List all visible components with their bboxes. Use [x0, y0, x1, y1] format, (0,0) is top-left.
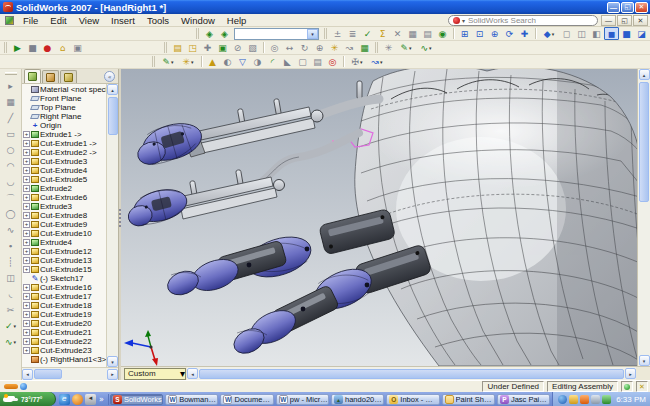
quick-launch-media-player[interactable]	[72, 394, 83, 405]
toolbar-icon-hole-wizard[interactable]: ◎▾	[325, 55, 340, 68]
toolbar-icon-check-entity[interactable]: ✓▾	[360, 27, 375, 40]
tree-item-cut[interactable]: + Cut-Extrude18	[22, 301, 106, 310]
toolbar-icon-shell[interactable]: ▢▾	[295, 55, 310, 68]
expand-toggle[interactable]: +	[23, 239, 30, 246]
taskbar-button-inbox-outlook[interactable]: Inbox - Out...	[386, 394, 439, 405]
tree-item-cut[interactable]: + Cut-Extrude3	[22, 157, 106, 166]
toolbar-icon-exploded-view[interactable]: ✳▾	[327, 41, 342, 54]
tree-item-origin[interactable]: + Origin	[22, 121, 106, 130]
toolbar-icon-shadows-in-shaded-mode[interactable]: ◪▾	[634, 27, 649, 40]
toolbar-icon-search-results-prev[interactable]: ◈▾	[202, 27, 217, 40]
toolbar-icon-fillet[interactable]: ◜▾	[265, 55, 280, 68]
toolbar-icon-move-component[interactable]: ↔▾	[282, 41, 297, 54]
toolbar-icon-ellipse[interactable]: ◯▾	[3, 206, 18, 222]
scroll-thumb[interactable]	[108, 97, 118, 135]
toolbar-icon-mirror-entities[interactable]: ◫▾	[3, 270, 18, 286]
expand-toggle[interactable]: +	[23, 320, 30, 327]
tree-item-extrude[interactable]: + Extrude3	[22, 202, 106, 211]
expand-toggle[interactable]: +	[23, 302, 30, 309]
toolbar-icon-options[interactable]: ▦▾	[405, 27, 420, 40]
toolbar-icon-circle[interactable]: ○▾	[3, 142, 18, 158]
toolbar-icon-centerline[interactable]: ┊▾	[3, 254, 18, 270]
toolbar-icon-spline-tools[interactable]: ∿▾	[1, 334, 21, 350]
tree-item-cut[interactable]: + Cut-Extrude4	[22, 166, 106, 175]
toolbar-icon-mate[interactable]: ◎▾	[267, 41, 282, 54]
toolbar-icon-mass-properties[interactable]: ≣▾	[345, 27, 360, 40]
toolbar-icon-rib[interactable]: ▤▾	[310, 55, 325, 68]
tree-item-extrude[interactable]: + Extrude2	[22, 184, 106, 193]
tab-propertymanager[interactable]	[42, 70, 59, 83]
expand-toggle[interactable]: +	[23, 257, 30, 264]
taskbar-button-paint-shop-folder[interactable]: Paint Shop ...	[442, 394, 495, 405]
configuration-dropdown-icon[interactable]: ▾	[180, 368, 185, 379]
toolbar-icon-macro-edit[interactable]: ⌂▾	[55, 41, 70, 54]
toolbar-icon-macro-run[interactable]: ▶▾	[10, 41, 25, 54]
solidworks-search-box[interactable]: ▾ SolidWorks Search	[448, 15, 598, 26]
toolbar-icon-deselect-all[interactable]: ✕▾	[390, 27, 405, 40]
tree-item-cut[interactable]: + Cut-Extrude21	[22, 328, 106, 337]
expand-toggle[interactable]: +	[23, 158, 30, 165]
tree-item-cut[interactable]: + Cut-Extrude2 ->	[22, 148, 106, 157]
tree-item-sketch[interactable]: + (-) Sketch17	[22, 274, 106, 283]
taskbar-button-hando2003[interactable]: hando2003...	[331, 394, 384, 405]
expand-toggle[interactable]: +	[23, 131, 30, 138]
tree-item-cut[interactable]: + Cut-Extrude15	[22, 265, 106, 274]
toolbar-icon-grid[interactable]: ▦▾	[3, 94, 18, 110]
toolbar-icon-shaded-with-edges[interactable]: ◼▾	[604, 27, 619, 40]
tree-item-cut[interactable]: + Cut-Extrude8	[22, 211, 106, 220]
toolbar-icon-3d-sketch[interactable]: ∿▾	[416, 41, 436, 54]
toolbar-icon-screen-capture[interactable]: ▣▾	[70, 41, 85, 54]
tree-item-extrude[interactable]: + Extrude1 ->	[22, 130, 106, 139]
toolbar-icon-curves[interactable]: ↝▾	[367, 55, 387, 68]
toolbar-icon-smart-dimension[interactable]: ✳▾	[178, 55, 198, 68]
tree-item-cut[interactable]: + Cut-Extrude13	[22, 256, 106, 265]
toolbar-icon-document-map[interactable]: ▤▾	[420, 27, 435, 40]
quick-launch-overflow-icon[interactable]: »	[97, 395, 106, 404]
tree-item-cut[interactable]: + Cut-Extrude17	[22, 292, 106, 301]
toolbar-icon-change-suppression[interactable]: ✚▾	[200, 41, 215, 54]
mdi-minimize-button[interactable]: —	[601, 15, 616, 26]
menu-item-edit[interactable]: Edit	[44, 15, 72, 26]
tree-item-cut[interactable]: + Cut-Extrude23	[22, 346, 106, 355]
tree-item-plane[interactable]: + Right Plane	[22, 112, 106, 121]
toolbar-icon-macro-stop[interactable]: ■▾	[25, 41, 40, 54]
toolbar-icon-pan[interactable]: ✚▾	[517, 27, 532, 40]
tree-item-cut[interactable]: + Cut-Extrude6	[22, 193, 106, 202]
search-dropdown-icon[interactable]: ▾	[462, 17, 465, 24]
taskbar-button-jasc-paint-shop[interactable]: Jasc Paint S...	[497, 394, 550, 405]
expand-toggle[interactable]: +	[23, 194, 30, 201]
expand-toggle[interactable]: +	[23, 140, 30, 147]
combobox-dropdown-icon[interactable]: ▾	[307, 29, 318, 39]
toolbar-icon-extruded-boss[interactable]: ▲▾	[205, 55, 220, 68]
toolbar-icon-play-macro[interactable]: ◉▾	[435, 27, 450, 40]
toolbar-icon-interference-detection[interactable]: ▧▾	[245, 41, 260, 54]
tree-item-extrude[interactable]: + Extrude4	[22, 238, 106, 247]
tree-item-cut[interactable]: + Cut-Extrude20	[22, 319, 106, 328]
scroll-right-icon[interactable]: ▸	[107, 369, 118, 380]
menu-item-window[interactable]: Window	[175, 15, 221, 26]
tree-item-part[interactable]: + (-) RightHand1<3>	[22, 355, 106, 364]
scroll-down-icon[interactable]: ▾	[107, 356, 118, 367]
scroll-thumb[interactable]	[34, 369, 62, 379]
scroll-thumb[interactable]	[199, 369, 624, 379]
tree-vertical-scrollbar[interactable]: ▴ ▾	[106, 84, 118, 367]
tree-item-plane[interactable]: + Top Plane	[22, 103, 106, 112]
minimize-button[interactable]: —	[607, 2, 620, 13]
toolbar-icon-spline[interactable]: ∿▾	[3, 222, 18, 238]
tree-item-material[interactable]: + Material <not specified>	[22, 85, 106, 94]
toolbar-icon-trim-entities[interactable]: ✂▾	[3, 302, 18, 318]
toolbar-icon-sketch[interactable]: ✎▾	[396, 41, 416, 54]
toolbar-icon-shaded[interactable]: ■▾	[619, 27, 634, 40]
tree-item-cut[interactable]: + Cut-Extrude16	[22, 283, 106, 292]
toolbar-grip[interactable]	[5, 72, 17, 75]
tray-icon-search-agent[interactable]	[569, 395, 578, 404]
tree-item-cut[interactable]: + Cut-Extrude22	[22, 337, 106, 346]
tree-item-cut[interactable]: + Cut-Extrude12	[22, 247, 106, 256]
toolbar-icon-three-point-arc[interactable]: ⌒▾	[3, 190, 18, 206]
tray-icon-volume[interactable]	[602, 395, 611, 404]
expand-toggle[interactable]: +	[23, 149, 30, 156]
expand-toggle[interactable]: +	[23, 176, 30, 183]
tree-horizontal-scrollbar[interactable]: ◂ ▸	[22, 367, 118, 380]
toolbar-icon-reference-geometry[interactable]: ✠▾	[347, 55, 367, 68]
quick-launch-ie[interactable]	[59, 394, 70, 405]
